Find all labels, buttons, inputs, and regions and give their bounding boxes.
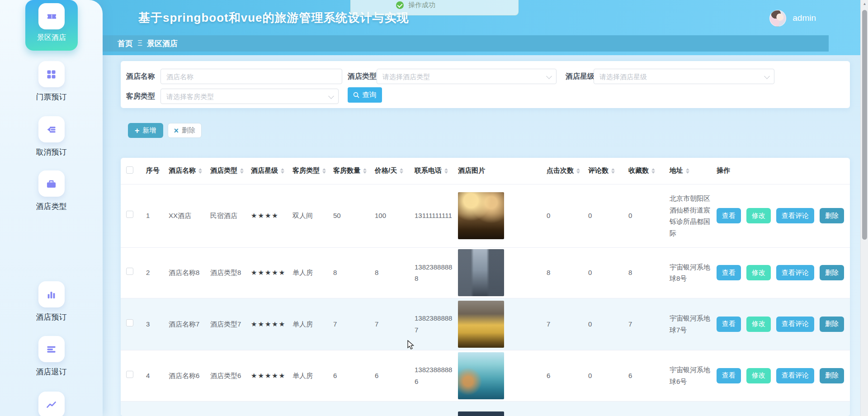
table-row: 4 酒店名称6 酒店类型6 ★★★★★ 单人房 6 6 13823888886 … bbox=[121, 350, 850, 401]
row-delete-button[interactable]: 删除 bbox=[820, 368, 844, 383]
cell-type: 酒店类型6 bbox=[205, 350, 245, 401]
edit-button[interactable]: 修改 bbox=[746, 208, 771, 223]
user-menu[interactable]: admin bbox=[769, 9, 816, 27]
trend-chart-icon bbox=[38, 392, 65, 416]
sidebar-item-cancel-booking[interactable]: 取消预订 bbox=[0, 116, 103, 157]
edit-button[interactable]: 修改 bbox=[746, 317, 771, 332]
col-address[interactable]: 地址 bbox=[664, 158, 711, 184]
sidebar-item-hotel-type[interactable]: 酒店类型 bbox=[0, 170, 103, 212]
cell-clicks: 8 bbox=[541, 247, 583, 298]
col-phone[interactable]: 联系电话 bbox=[409, 158, 453, 184]
sidebar-item-ticket-booking[interactable]: 门票预订 bbox=[0, 61, 103, 102]
col-favorites[interactable]: 收藏数 bbox=[623, 158, 664, 184]
sort-icon bbox=[322, 168, 327, 174]
cell-stars: ★★★★ bbox=[245, 184, 287, 247]
cell-phone: 13823888888 bbox=[409, 247, 453, 298]
col-type[interactable]: 酒店类型 bbox=[205, 158, 245, 184]
col-clicks[interactable]: 点击次数 bbox=[541, 158, 583, 184]
col-label: 点击次数 bbox=[547, 166, 574, 174]
hotel-type-select[interactable] bbox=[377, 69, 557, 84]
row-delete-button[interactable]: 删除 bbox=[820, 317, 844, 332]
row-checkbox[interactable] bbox=[126, 319, 133, 326]
search-icon bbox=[353, 92, 359, 98]
view-comments-button[interactable]: 查看评论 bbox=[776, 265, 814, 280]
view-button[interactable]: 查看 bbox=[717, 208, 741, 223]
col-actions: 操作 bbox=[711, 158, 850, 184]
breadcrumb-home[interactable]: 首页 bbox=[118, 38, 133, 49]
hotel-star-label: 酒店星级 bbox=[563, 68, 594, 85]
col-star[interactable]: 酒店星级 bbox=[245, 158, 287, 184]
add-button[interactable]: + 新增 bbox=[128, 123, 163, 138]
col-label: 操作 bbox=[717, 166, 730, 174]
avatar bbox=[769, 10, 786, 27]
delete-button[interactable]: × 删除 bbox=[168, 123, 202, 138]
room-type-select[interactable] bbox=[160, 89, 339, 104]
select-all-checkbox[interactable] bbox=[126, 166, 133, 174]
briefcase-icon bbox=[38, 170, 65, 197]
col-label: 酒店图片 bbox=[458, 166, 485, 174]
col-label: 酒店类型 bbox=[210, 166, 237, 174]
cell-type: 民宿酒店 bbox=[205, 184, 245, 247]
sidebar-item-label: 取消预订 bbox=[0, 147, 103, 157]
sidebar-item-hotel-booking[interactable]: 酒店预订 bbox=[0, 281, 103, 322]
cell-comments: 0 bbox=[583, 247, 623, 298]
cell-type: 酒店类型7 bbox=[205, 298, 245, 350]
view-button[interactable]: 查看 bbox=[717, 317, 741, 332]
search-button-label: 查询 bbox=[362, 90, 377, 100]
cell-phone: 13823888887 bbox=[409, 298, 453, 350]
cell-stars: ★★★★★ bbox=[245, 298, 287, 350]
view-button[interactable]: 查看 bbox=[717, 368, 741, 383]
col-label: 序号 bbox=[146, 166, 160, 174]
scrollbar-thumb[interactable] bbox=[862, 10, 867, 240]
hotel-star-select[interactable] bbox=[594, 69, 774, 84]
view-comments-button[interactable]: 查看评论 bbox=[776, 208, 814, 223]
row-delete-button[interactable]: 删除 bbox=[820, 265, 844, 280]
col-label: 客房数量 bbox=[333, 166, 360, 174]
search-button[interactable]: 查询 bbox=[348, 87, 382, 103]
sort-icon bbox=[611, 168, 616, 174]
row-checkbox[interactable] bbox=[126, 211, 133, 218]
search-panel: 酒店名称 酒店类型 酒店星级 客房类型 查询 bbox=[121, 61, 850, 108]
col-comments[interactable]: 评论数 bbox=[583, 158, 623, 184]
row-checkbox[interactable] bbox=[126, 371, 133, 378]
username: admin bbox=[793, 13, 816, 23]
cell-address: 宇宙银河系地球8号 bbox=[664, 247, 711, 298]
hotel-photo bbox=[458, 352, 504, 399]
cell-favorites bbox=[623, 401, 664, 416]
cell-room-count: 7 bbox=[328, 298, 369, 350]
ticket-icon bbox=[38, 3, 65, 29]
sort-icon bbox=[444, 168, 449, 174]
row-delete-button[interactable]: 删除 bbox=[820, 208, 844, 223]
cell-price bbox=[369, 401, 409, 416]
edit-button[interactable]: 修改 bbox=[746, 265, 771, 280]
hotel-name-input[interactable] bbox=[160, 69, 342, 84]
row-checkbox[interactable] bbox=[126, 268, 133, 275]
cell-type bbox=[205, 401, 245, 416]
list-icon bbox=[38, 336, 65, 362]
col-room-count[interactable]: 客房数量 bbox=[328, 158, 369, 184]
success-toast: 操作成功 bbox=[350, 0, 519, 15]
cell-stars: ★★★★★ bbox=[245, 350, 287, 401]
sidebar-item-hotel-refund[interactable]: 酒店退订 bbox=[0, 336, 103, 377]
view-comments-button[interactable]: 查看评论 bbox=[776, 368, 814, 383]
hotel-photo bbox=[458, 249, 504, 296]
add-button-label: 新增 bbox=[143, 126, 156, 135]
col-room-type[interactable]: 客房类型 bbox=[287, 158, 328, 184]
cell-type: 酒店类型8 bbox=[205, 247, 245, 298]
col-name[interactable]: 酒店名称 bbox=[163, 158, 205, 184]
view-button[interactable]: 查看 bbox=[717, 265, 741, 280]
view-comments-button[interactable]: 查看评论 bbox=[776, 317, 814, 332]
cell-name: 酒店名称7 bbox=[163, 298, 205, 350]
col-label: 价格/天 bbox=[375, 166, 397, 174]
scroll-up-arrow[interactable]: ▲ bbox=[861, 0, 868, 8]
hotel-photo bbox=[458, 192, 504, 239]
sidebar-item-partial[interactable] bbox=[0, 392, 103, 416]
cell-index: 4 bbox=[141, 350, 163, 401]
edit-button[interactable]: 修改 bbox=[746, 368, 771, 383]
cell-room-count: 50 bbox=[328, 184, 369, 247]
hotel-photo bbox=[458, 301, 504, 348]
col-price[interactable]: 价格/天 bbox=[369, 158, 409, 184]
sort-icon bbox=[240, 168, 245, 174]
sidebar-item-scenic-hotel[interactable]: 景区酒店 bbox=[25, 0, 78, 51]
sidebar-item-label: 门票预订 bbox=[0, 92, 103, 102]
